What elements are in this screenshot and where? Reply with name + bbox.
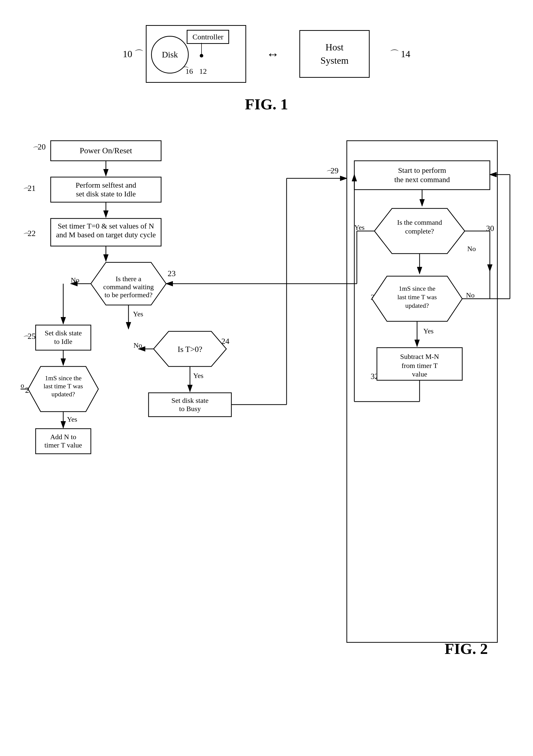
svg-text:from timer T: from timer T (402, 362, 438, 369)
svg-text:No: No (466, 291, 475, 299)
fig2-container: 20 ⌒ Power On/Reset 21 ⌒ Perform selftes… (20, 128, 513, 658)
svg-text:⌒: ⌒ (23, 187, 30, 195)
svg-text:Yes: Yes (133, 310, 143, 318)
svg-text:the next command: the next command (394, 175, 450, 184)
fig1-container: 10 ⌒ Controller Disk (20, 25, 513, 113)
svg-text:updated?: updated? (405, 302, 429, 309)
svg-text:⌒: ⌒ (23, 335, 30, 343)
svg-text:Power On/Reset: Power On/Reset (80, 146, 132, 155)
svg-text:Yes: Yes (423, 327, 434, 335)
svg-text:⌒: ⌒ (23, 232, 30, 240)
svg-text:updated?: updated? (51, 391, 75, 398)
disk-controller-box: Controller Disk 16 ⌒ 12 (146, 25, 246, 83)
host-system-box: HostSystem (299, 30, 370, 78)
svg-text:Set timer T=0 & set values of : Set timer T=0 & set values of N (58, 222, 154, 230)
bidirectional-arrow: ↔ (266, 47, 279, 62)
svg-text:Set disk state: Set disk state (171, 396, 209, 404)
svg-text:Yes: Yes (193, 372, 204, 380)
svg-text:Yes: Yes (354, 224, 365, 231)
fig1-title: FIG. 1 (245, 95, 288, 113)
svg-text:Is the command: Is the command (397, 219, 442, 226)
controller-line (201, 43, 202, 55)
fig2-flowchart: 20 ⌒ Power On/Reset 21 ⌒ Perform selftes… (20, 128, 513, 655)
page: 10 ⌒ Controller Disk (0, 0, 533, 756)
svg-text:last time T was: last time T was (43, 383, 83, 390)
controller-dot (200, 54, 203, 57)
svg-text:Perform selftest and: Perform selftest and (75, 181, 136, 189)
svg-text:timer T value: timer T value (44, 441, 82, 449)
svg-text:No: No (133, 341, 142, 349)
label-10: 10 (123, 48, 132, 60)
svg-text:1mS since the: 1mS since the (45, 374, 82, 382)
svg-text:No: No (467, 245, 476, 253)
svg-text:Subtract M-N: Subtract M-N (400, 353, 439, 361)
squiggle-10: ⌒ (134, 48, 144, 61)
svg-text:last time T was: last time T was (397, 293, 436, 301)
svg-text:to be performed?: to be performed? (104, 291, 152, 299)
fig2-title: FIG. 2 (20, 640, 513, 658)
svg-text:set disk state to Idle: set disk state to Idle (76, 190, 136, 198)
svg-text:23: 23 (168, 269, 176, 278)
svg-text:Set disk state: Set disk state (45, 329, 82, 337)
svg-text:1mS since the: 1mS since the (399, 285, 435, 292)
svg-text:and M based on target duty cyc: and M based on target duty cycle (56, 230, 156, 239)
svg-text:Add N to: Add N to (50, 433, 76, 441)
label-12: 12 (199, 67, 207, 75)
svg-text:Yes: Yes (67, 416, 77, 423)
svg-text:complete?: complete? (405, 227, 434, 235)
svg-text:command waiting: command waiting (103, 283, 154, 291)
svg-text:Is T>0?: Is T>0? (178, 345, 202, 354)
svg-text:to Busy: to Busy (179, 405, 201, 413)
label-14: 14 (401, 48, 410, 60)
svg-text:⌒: ⌒ (326, 170, 333, 177)
svg-text:to Idle: to Idle (54, 338, 72, 345)
svg-text:No: No (71, 276, 79, 284)
svg-text:Is there a: Is there a (116, 275, 142, 283)
svg-text:Start to perform: Start to perform (398, 166, 446, 174)
svg-text:value: value (412, 370, 427, 378)
svg-text:No: No (20, 382, 24, 389)
fig1-diagram: 10 ⌒ Controller Disk (123, 25, 410, 83)
svg-text:⌒: ⌒ (33, 146, 40, 154)
controller-inner-box: Controller (187, 30, 229, 44)
